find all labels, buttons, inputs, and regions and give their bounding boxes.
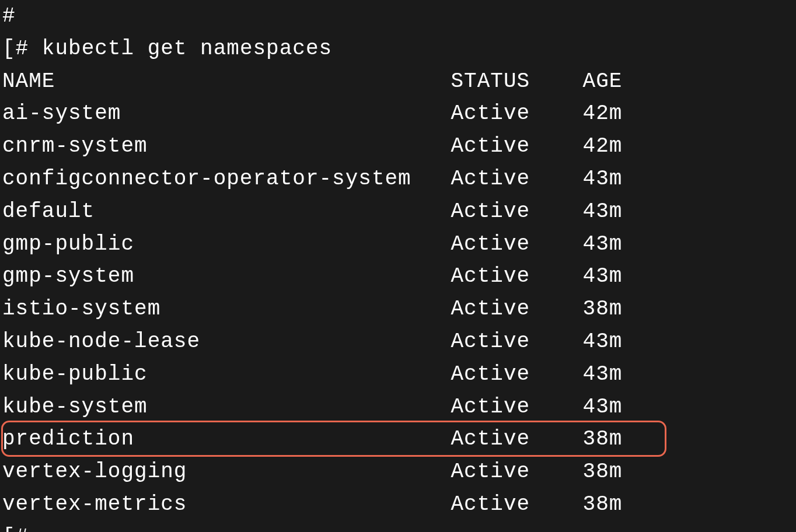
prompt-bracket: [#	[2, 37, 29, 61]
table-row: vertex-metrics Active 38m	[2, 488, 794, 521]
terminal-output: # [# kubectl get namespaces NAME STATUS …	[0, 0, 796, 532]
namespace-table: NAME STATUS AGEai-system Active 42mcnrm-…	[2, 65, 794, 521]
table-row: vertex-logging Active 38m	[2, 456, 794, 488]
table-row: prediction Active 38m	[2, 423, 794, 456]
command-text: kubectl get namespaces	[29, 37, 332, 61]
prompt-symbol: #	[2, 4, 16, 28]
table-row: gmp-system Active 43m	[2, 260, 794, 293]
table-row: ai-system Active 42m	[2, 97, 794, 130]
command-line[interactable]: [# kubectl get namespaces	[2, 33, 794, 65]
table-header-row: NAME STATUS AGE	[2, 65, 794, 98]
prompt-hash-line: #	[2, 0, 794, 33]
table-row: cnrm-system Active 42m	[2, 130, 794, 163]
table-row: kube-system Active 43m	[2, 391, 794, 424]
table-row: kube-node-lease Active 43m	[2, 326, 794, 358]
prompt-next-line[interactable]: [#	[2, 521, 794, 532]
table-row: kube-public Active 43m	[2, 358, 794, 391]
table-row: gmp-public Active 43m	[2, 228, 794, 261]
prompt-bracket-end: [#	[2, 525, 29, 532]
table-row: default Active 43m	[2, 195, 794, 228]
table-row: istio-system Active 38m	[2, 293, 794, 326]
table-row: configconnector-operator-system Active 4…	[2, 163, 794, 195]
